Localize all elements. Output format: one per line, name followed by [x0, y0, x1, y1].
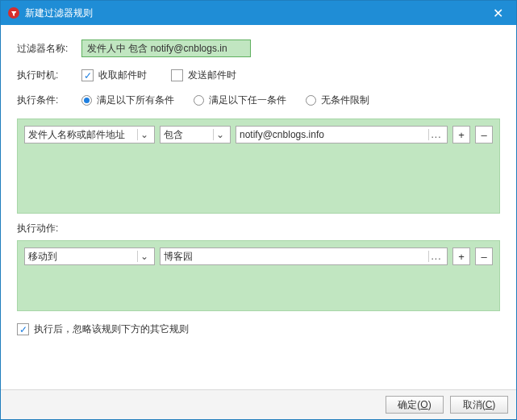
- radio-any[interactable]: 满足以下任一条件: [194, 94, 286, 107]
- run-action-label: 执行动作:: [17, 222, 500, 235]
- dialog-footer: 确定(O) 取消(C): [1, 389, 516, 419]
- cancel-post: ): [492, 399, 495, 410]
- filter-name-row: 过滤器名称: 发件人中 包含 notify@cnblogs.in: [17, 40, 500, 57]
- chevron-down-icon: ⌄: [137, 251, 151, 262]
- radio-any-label: 满足以下任一条件: [209, 94, 286, 107]
- dialog-window: 新建过滤器规则 ✕ 过滤器名称: 发件人中 包含 notify@cnblogs.…: [0, 0, 517, 420]
- checkbox-receive[interactable]: 收取邮件时: [81, 69, 147, 82]
- action-select[interactable]: 移动到 ⌄: [24, 247, 155, 265]
- action-target-input[interactable]: 博客园 ...: [160, 247, 448, 265]
- close-button[interactable]: ✕: [486, 1, 510, 25]
- titlebar: 新建过滤器规则 ✕: [1, 1, 516, 25]
- radio-all[interactable]: 满足以下所有条件: [81, 94, 174, 107]
- remove-action-button[interactable]: –: [475, 247, 493, 265]
- condition-operator-value: 包含: [164, 128, 210, 142]
- radio-empty-icon: [306, 95, 316, 106]
- run-time-label: 执行时机:: [17, 69, 81, 82]
- ellipsis-button[interactable]: ...: [428, 129, 444, 140]
- window-title: 新建过滤器规则: [25, 6, 486, 20]
- condition-value-text: notify@cnblogs.info: [240, 129, 428, 140]
- run-cond-row: 执行条件: 满足以下所有条件 满足以下任一条件 无条件限制: [17, 94, 500, 107]
- conditions-panel: 发件人名称或邮件地址 ⌄ 包含 ⌄ notify@cnblogs.info ..…: [17, 119, 500, 214]
- radio-selected-icon: [81, 95, 92, 106]
- actions-panel: 移动到 ⌄ 博客园 ... + –: [17, 240, 500, 311]
- chevron-down-icon: ⌄: [137, 129, 151, 140]
- ignore-below-checkbox[interactable]: 执行后，忽略该规则下方的其它规则: [17, 322, 500, 336]
- filter-name-value: 发件人中 包含 notify@cnblogs.in: [87, 42, 227, 56]
- cancel-key: C: [486, 399, 493, 410]
- condition-operator-select[interactable]: 包含 ⌄: [160, 126, 231, 143]
- radio-none-label: 无条件限制: [321, 94, 369, 107]
- condition-field-value: 发件人名称或邮件地址: [28, 128, 134, 142]
- radio-all-label: 满足以下所有条件: [97, 94, 174, 107]
- ok-post: ): [428, 399, 432, 410]
- filter-name-input[interactable]: 发件人中 包含 notify@cnblogs.in: [81, 40, 251, 57]
- checkbox-send-label: 发送邮件时: [188, 69, 236, 82]
- remove-condition-button[interactable]: –: [475, 126, 493, 143]
- condition-value-input[interactable]: notify@cnblogs.info ...: [236, 126, 448, 143]
- checkbox-empty-icon: [171, 69, 183, 81]
- run-time-row: 执行时机: 收取邮件时 发送邮件时: [17, 69, 500, 82]
- checkbox-send[interactable]: 发送邮件时: [171, 69, 236, 82]
- action-target-value: 博客园: [164, 250, 428, 264]
- ok-pre: 确定(: [398, 398, 420, 412]
- cancel-button[interactable]: 取消(C): [450, 396, 508, 414]
- check-icon: [17, 323, 29, 335]
- checkbox-receive-label: 收取邮件时: [98, 69, 147, 82]
- app-logo-icon: [7, 6, 20, 19]
- ok-key: O: [420, 399, 427, 410]
- cancel-pre: 取消(: [463, 398, 486, 412]
- check-icon: [81, 69, 94, 81]
- run-cond-label: 执行条件:: [17, 94, 81, 107]
- radio-none[interactable]: 无条件限制: [306, 94, 369, 107]
- ignore-below-label: 执行后，忽略该规则下方的其它规则: [34, 322, 189, 336]
- dialog-body: 过滤器名称: 发件人中 包含 notify@cnblogs.in 执行时机: 收…: [1, 25, 516, 389]
- add-action-button[interactable]: +: [452, 247, 470, 265]
- chevron-down-icon: ⌄: [213, 129, 227, 140]
- add-condition-button[interactable]: +: [452, 126, 470, 143]
- action-row: 移动到 ⌄ 博客园 ... + –: [24, 247, 493, 265]
- condition-field-select[interactable]: 发件人名称或邮件地址 ⌄: [24, 126, 155, 143]
- filter-name-label: 过滤器名称:: [17, 42, 81, 56]
- ellipsis-button[interactable]: ...: [428, 251, 444, 262]
- radio-empty-icon: [194, 95, 204, 106]
- action-select-value: 移动到: [28, 250, 134, 264]
- ok-button[interactable]: 确定(O): [386, 396, 444, 414]
- condition-row: 发件人名称或邮件地址 ⌄ 包含 ⌄ notify@cnblogs.info ..…: [24, 126, 493, 143]
